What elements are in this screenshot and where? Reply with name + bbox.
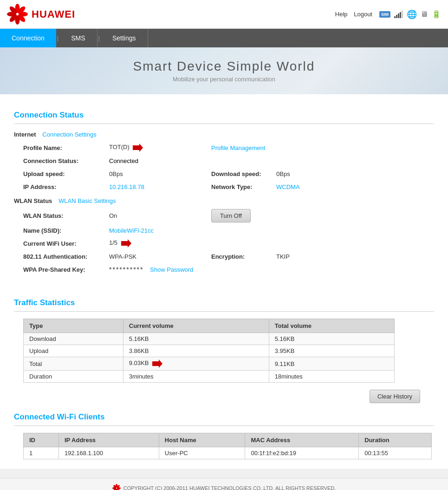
banner-title: Smart Device Simple World [9,59,439,74]
wifi-clients-title: Connected Wi-Fi Clients [14,412,434,422]
encryption-value: TKIP [276,253,290,260]
clients-col-mac: MAC Address [245,433,359,447]
clear-history-button[interactable]: Clear History [370,390,420,403]
clear-history-row: Clear History [14,390,434,403]
help-link[interactable]: Help [335,11,348,18]
svg-marker-9 [121,239,131,248]
ip-address-label: IP Address: [23,183,109,190]
profile-name-row: Profile Name: TOT(D) Profile Management [23,143,434,153]
client-mac-cell: 00:1f:1f:e2:bd:19 [245,447,359,459]
speed-row: Upload speed: 0Bps Download speed: 0Bps [23,169,434,179]
traffic-table-row: Upload 3.86KB 3.95KB [24,345,395,357]
wpa-key-row: WPA Pre-Shared Key: ********** Show Pass… [23,264,434,274]
client-host-cell: User-PC [159,447,245,459]
total-arrow-icon [152,359,162,368]
main-content: Connection Status Internet Connection Se… [0,94,448,469]
wpa-key-label: WPA Pre-Shared Key: [23,266,109,273]
svg-marker-10 [152,359,162,368]
conn-status-label: Connection Status: [23,157,109,164]
network-type-label: Network Type: [211,183,276,190]
turn-off-button[interactable]: Turn Off [211,209,251,222]
profile-arrow-icon [133,144,143,152]
traffic-col-total: Total volume [269,319,394,333]
nav-bar: Connection | SMS | Settings [0,29,448,47]
traffic-current-cell: 3minutes [123,371,269,383]
wifi-clients-section: Connected Wi-Fi Clients ID IP Address Ho… [14,412,434,459]
traffic-current-cell: 3.86KB [123,345,269,357]
traffic-title: Traffic Statistics [14,298,434,307]
connection-status-row: Connection Status: Connected [23,156,434,166]
auth-value: WPA-PSK [109,253,193,260]
traffic-table-row: Download 5.16KB 5.16KB [24,333,395,345]
traffic-total-cell: 9.11KB [269,357,394,371]
traffic-type-cell: Total [24,357,123,371]
clients-col-host: Host Name [159,433,245,447]
battery-icon: 🔋 [432,10,441,19]
wpa-key-value: ********** Show Password [109,266,193,273]
traffic-total-cell: 18minutes [269,371,394,383]
traffic-table: Type Current volume Total volume Downloa… [23,319,395,383]
header-right: Help Logout SIM 🌐 🖥 🔋 [331,9,441,20]
encryption-label: Encryption: [211,253,276,260]
download-speed-container: Download speed: 0Bps [211,170,290,177]
traffic-table-row: Total 9.03KB 9.11KB [24,357,395,371]
brand-name: HUAWEI [32,8,75,20]
wlan-subsection-header: WLAN Status WLAN Basic Settings [14,197,434,204]
header-left: HUAWEI [7,4,75,25]
banner: Smart Device Simple World Mobilize your … [0,47,448,94]
header-links: Help Logout [331,11,372,18]
section-divider-1 [14,124,434,124]
globe-icon: 🌐 [407,9,417,20]
wlan-label: WLAN Status [14,197,52,204]
traffic-col-type: Type [24,319,123,333]
internet-label: Internet [14,131,36,138]
wlan-basic-settings-link[interactable]: WLAN Basic Settings [58,197,116,204]
traffic-type-cell: Download [24,333,123,345]
internet-subsection-header: Internet Connection Settings [14,131,434,138]
connection-status-title: Connection Status [14,111,434,120]
signal-icon [394,11,403,18]
connection-settings-link[interactable]: Connection Settings [42,131,96,138]
wifi-user-arrow-icon [121,239,131,248]
traffic-total-cell: 5.16KB [269,333,394,345]
nav-item-settings[interactable]: Settings [101,29,148,47]
profile-management-link[interactable]: Profile Management [211,144,265,151]
ip-network-row: IP Address: 10.216.18.78 Network Type: W… [23,182,434,192]
traffic-statistics-section: Traffic Statistics Type Current volume T… [14,294,434,403]
profile-name-label: Profile Name: [23,144,109,151]
header: HUAWEI Help Logout SIM 🌐 🖥 🔋 [0,0,448,29]
traffic-current-cell: 5.16KB [123,333,269,345]
wlan-status-row: WLAN Status: On Turn Off [23,209,434,222]
footer-text: COPYRIGHT (C) 2006-2011 HUAWEI TECHNOLOG… [123,485,336,490]
wifi-user-row: Current WiFi User: 1/5 [23,238,434,248]
upload-speed-value: 0Bps [109,170,193,177]
show-password-link[interactable]: Show Password [150,266,193,273]
ip-address-value: 10.216.18.78 [109,183,193,190]
network-type-container: Network Type: WCDMA [211,183,300,190]
huawei-flower-icon [7,4,28,25]
clients-table-row: 1 192.168.1.100 User-PC 00:1f:1f:e2:bd:1… [24,447,432,459]
logout-link[interactable]: Logout [354,11,372,18]
client-ip-cell: 192.168.1.100 [58,447,159,459]
profile-management-container: Profile Management [211,144,265,151]
clients-table-header-row: ID IP Address Host Name MAC Address Dura… [24,433,432,447]
connection-status-section: Connection Status Internet Connection Se… [14,104,434,284]
huawei-logo: HUAWEI [7,4,75,25]
ssid-value: MobileWiFi-21cc [109,227,193,234]
clients-col-duration: Duration [359,433,432,447]
traffic-total-cell: 3.95KB [269,345,394,357]
auth-encryption-row: 802.11 Authentication: WPA-PSK Encryptio… [23,251,434,261]
profile-name-value: TOT(D) [109,144,193,152]
traffic-type-cell: Duration [24,371,123,383]
auth-label: 802.11 Authentication: [23,253,109,260]
nav-item-sms[interactable]: SMS [59,29,97,47]
nav-sep-1: | [56,35,59,42]
monitor-icon: 🖥 [421,10,428,19]
wlan-info-grid: WLAN Status: On Turn Off Name (SSID): Mo… [23,209,434,274]
wlan-section: WLAN Status WLAN Basic Settings WLAN Sta… [14,197,434,274]
nav-sep-2: | [97,35,101,42]
nav-item-connection[interactable]: Connection [0,29,56,47]
download-speed-label: Download speed: [211,170,276,177]
traffic-type-cell: Upload [24,345,123,357]
upload-speed-label: Upload speed: [23,170,109,177]
